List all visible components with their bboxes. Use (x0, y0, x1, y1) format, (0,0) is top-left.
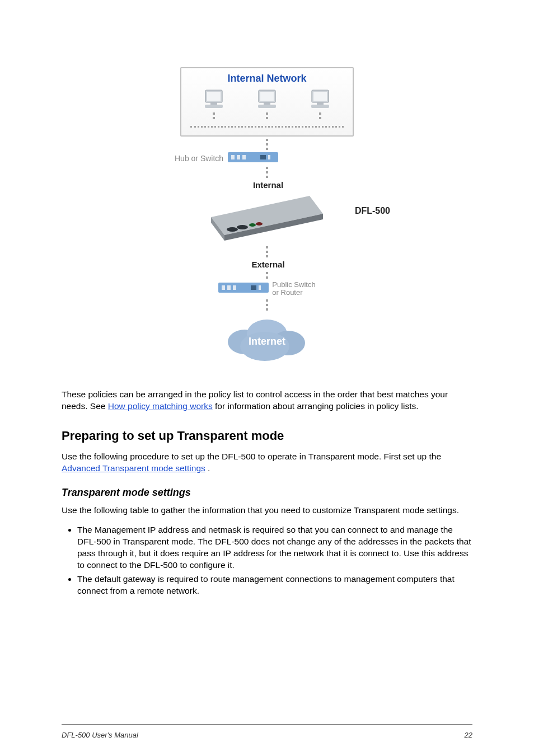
connector-line (180, 138, 354, 151)
footer-separator (62, 724, 472, 725)
svg-rect-15 (242, 155, 246, 159)
internet-cloud: Internet (180, 314, 354, 367)
paragraph: These policies can be arranged in the po… (62, 389, 472, 412)
svg-rect-27 (227, 285, 231, 290)
svg-rect-7 (258, 105, 276, 108)
subheading-transparent-settings: Transparent mode settings (62, 486, 472, 499)
computers-row (187, 89, 347, 109)
svg-rect-12 (228, 152, 278, 162)
network-diagram: Internal Network (180, 67, 354, 367)
connector-line (180, 298, 354, 312)
internal-network-box: Internal Network (180, 67, 354, 137)
internet-cloud-label: Internet (249, 336, 285, 347)
svg-point-21 (227, 227, 238, 232)
page-footer: DFL-500 User's Manual 22 (62, 731, 472, 739)
svg-rect-10 (317, 102, 324, 105)
list-item: The default gateway is required to route… (77, 574, 472, 597)
footer-page-number: 22 (465, 731, 472, 739)
internal-port-label: Internal (253, 180, 283, 190)
device-model-label: DFL-500 (355, 206, 390, 216)
firewall-device: DFL-500 (180, 190, 354, 244)
hub-switch-row: Hub or Switch (175, 152, 354, 165)
document-body: These policies can be arranged in the po… (62, 389, 472, 597)
hub-switch-icon (228, 152, 278, 165)
svg-rect-3 (205, 105, 223, 108)
svg-rect-13 (231, 155, 235, 159)
public-switch-label: Public Switch or Router (272, 281, 315, 297)
svg-rect-5 (260, 92, 274, 101)
svg-rect-17 (268, 155, 270, 159)
svg-rect-6 (264, 102, 270, 105)
list-item: The Management IP address and netmask is… (77, 524, 472, 571)
svg-point-22 (237, 225, 248, 229)
svg-rect-30 (259, 285, 261, 290)
public-switch-row: Public Switch or Router (180, 281, 354, 297)
svg-rect-16 (260, 155, 266, 159)
link-advanced-settings[interactable]: Advanced Transparent mode settings (62, 463, 205, 473)
hub-switch-label: Hub or Switch (175, 154, 223, 163)
heading-preparing: Preparing to set up Transparent mode (62, 428, 472, 444)
paragraph: Use the following table to gather the in… (62, 505, 472, 516)
svg-rect-9 (313, 92, 327, 101)
internal-port-label-row: Internal (180, 180, 354, 190)
public-switch-icon (218, 283, 269, 295)
firewall-device-icon (205, 190, 329, 242)
svg-rect-25 (218, 283, 269, 293)
external-port-label-row: External (180, 260, 354, 270)
svg-rect-29 (251, 285, 256, 290)
network-bus-line (190, 126, 344, 128)
svg-rect-2 (210, 102, 217, 105)
connector-line (180, 271, 354, 280)
svg-rect-26 (222, 285, 225, 290)
footer-doc-title: DFL-500 User's Manual (62, 731, 138, 739)
svg-point-23 (249, 223, 256, 227)
external-port-label: External (251, 260, 284, 269)
svg-rect-28 (233, 285, 236, 290)
internal-network-title: Internal Network (187, 73, 347, 84)
paragraph: Use the following procedure to set up th… (62, 451, 472, 475)
connector-line (180, 245, 354, 259)
link-policy-matching[interactable]: How policy matching works (108, 401, 213, 411)
connector-line (180, 166, 354, 179)
computer-icon (203, 89, 225, 109)
computer-icon (256, 89, 278, 109)
svg-point-24 (256, 222, 263, 226)
bullet-list: The Management IP address and netmask is… (77, 524, 472, 597)
svg-rect-14 (237, 155, 240, 159)
svg-rect-1 (207, 92, 221, 101)
computer-icon (309, 89, 331, 109)
svg-rect-11 (311, 105, 329, 108)
